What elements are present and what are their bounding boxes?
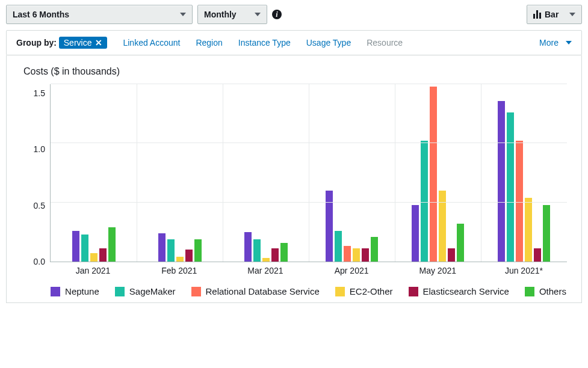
month-group (481, 84, 567, 262)
bar[interactable] (158, 233, 166, 262)
group-by-chip-service[interactable]: Service ✕ (59, 37, 108, 49)
legend-label: Neptune (65, 286, 99, 296)
bar[interactable] (99, 248, 107, 262)
group-by-label: Group by: Service ✕ (16, 37, 107, 49)
y-tick: 0.0 (34, 257, 45, 266)
bar[interactable] (457, 224, 464, 262)
legend-swatch (525, 287, 534, 296)
bar[interactable] (72, 231, 79, 262)
plot (50, 84, 567, 262)
top-controls: Last 6 Months Monthly i Bar (6, 5, 582, 24)
chart-type-dropdown[interactable]: Bar (527, 5, 582, 24)
bar[interactable] (185, 250, 193, 262)
group-by-linked-account[interactable]: Linked Account (123, 38, 180, 48)
y-axis: 1.51.00.50.0 (21, 84, 50, 262)
y-tick: 0.5 (34, 201, 45, 210)
legend-item[interactable]: EC2-Other (335, 286, 393, 296)
x-axis-labels: Jan 2021Feb 2021Mar 2021Apr 2021May 2021… (50, 262, 567, 275)
legend-swatch (51, 287, 60, 296)
plot-area: 1.51.00.50.0 (21, 84, 567, 262)
chevron-down-icon (566, 41, 572, 44)
info-icon[interactable]: i (272, 10, 282, 19)
y-tick: 1.0 (34, 144, 45, 154)
legend-swatch (191, 287, 201, 296)
legend-swatch (115, 287, 125, 296)
legend-label: Relational Database Service (206, 286, 320, 296)
legend: NeptuneSageMakerRelational Database Serv… (50, 286, 567, 296)
month-group (309, 84, 395, 262)
month-group (395, 84, 481, 262)
legend-label: Elasticsearch Service (423, 286, 509, 296)
chevron-down-icon (569, 13, 575, 16)
chart-panel: Costs ($ in thousands) 1.51.00.50.0 Jan … (6, 55, 582, 303)
bar[interactable] (344, 246, 351, 262)
bar[interactable] (108, 227, 116, 262)
month-group (51, 84, 137, 262)
y-tick: 1.5 (34, 88, 45, 98)
group-by-region[interactable]: Region (196, 38, 222, 48)
chevron-down-icon (180, 13, 186, 16)
time-range-dropdown[interactable]: Last 6 Months (6, 5, 193, 24)
bar[interactable] (194, 239, 202, 262)
bar[interactable] (280, 243, 288, 262)
x-tick: May 2021 (395, 262, 481, 275)
legend-swatch (335, 287, 345, 296)
bar[interactable] (448, 248, 455, 262)
chart-type-value: Bar (545, 10, 559, 19)
bar[interactable] (90, 253, 97, 262)
legend-label: Others (539, 286, 566, 296)
bar[interactable] (507, 112, 514, 262)
month-group (137, 84, 223, 262)
bar[interactable] (371, 237, 378, 262)
group-by-more[interactable]: More (539, 38, 572, 48)
more-label: More (539, 38, 559, 48)
group-by-usage-type[interactable]: Usage Type (306, 38, 351, 48)
bar[interactable] (543, 205, 550, 262)
bar[interactable] (244, 232, 252, 262)
bar[interactable] (353, 248, 360, 262)
x-tick: Jan 2021 (50, 262, 136, 275)
x-tick: Feb 2021 (136, 262, 222, 275)
group-by-resource: Resource (367, 38, 403, 48)
granularity-dropdown[interactable]: Monthly (197, 5, 267, 24)
x-tick: Mar 2021 (222, 262, 308, 275)
bar[interactable] (412, 205, 419, 262)
legend-item[interactable]: SageMaker (115, 286, 176, 296)
bar[interactable] (362, 248, 369, 262)
chip-label: Service (64, 38, 92, 48)
x-tick: Jun 2021* (481, 262, 567, 275)
bar[interactable] (430, 87, 437, 262)
bar[interactable] (81, 235, 88, 262)
bar[interactable] (534, 248, 541, 262)
bar[interactable] (271, 248, 279, 262)
bar[interactable] (335, 231, 342, 262)
legend-item[interactable]: Relational Database Service (191, 286, 320, 296)
chevron-down-icon (255, 13, 261, 16)
legend-label: EC2-Other (350, 286, 393, 296)
time-range-value: Last 6 Months (13, 10, 69, 19)
legend-item[interactable]: Neptune (51, 286, 99, 296)
legend-item[interactable]: Elasticsearch Service (409, 286, 509, 296)
bar[interactable] (176, 257, 184, 262)
bar[interactable] (262, 258, 270, 262)
chart-title: Costs ($ in thousands) (23, 66, 567, 77)
legend-label: SageMaker (129, 286, 176, 296)
granularity-value: Monthly (204, 10, 237, 19)
bar-chart-icon (533, 10, 541, 19)
close-icon[interactable]: ✕ (95, 38, 102, 48)
group-by-instance-type[interactable]: Instance Type (238, 38, 291, 48)
legend-item[interactable]: Others (525, 286, 566, 296)
bar[interactable] (253, 239, 261, 262)
bar[interactable] (525, 198, 532, 262)
legend-swatch (409, 287, 418, 296)
x-tick: Apr 2021 (309, 262, 395, 275)
month-group (223, 84, 309, 262)
group-by-bar: Group by: Service ✕ Linked Account Regio… (6, 30, 582, 55)
bar[interactable] (167, 239, 175, 262)
bar[interactable] (498, 101, 505, 262)
